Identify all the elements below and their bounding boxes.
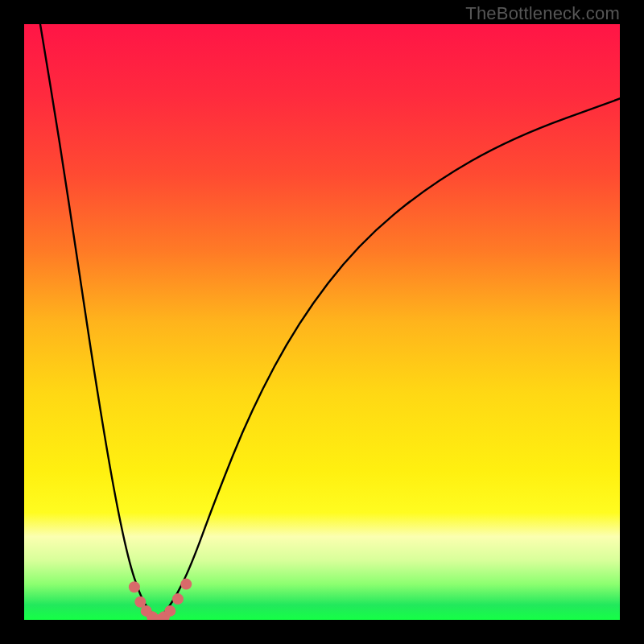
marker-dot: [180, 579, 192, 590]
min-region-markers: [129, 579, 192, 620]
watermark-text: TheBottleneck.com: [465, 3, 620, 24]
chart-svg: [24, 24, 620, 620]
outer-black-frame: TheBottleneck.com: [0, 0, 644, 644]
curve-left-branch: [40, 24, 159, 620]
marker-dot: [164, 605, 175, 617]
plot-area: [24, 24, 620, 620]
marker-dot: [172, 593, 184, 605]
curve-right-branch: [159, 99, 621, 621]
marker-dot: [129, 581, 140, 592]
